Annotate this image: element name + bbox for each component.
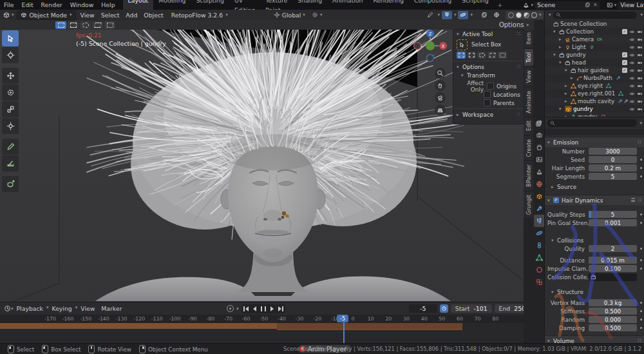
disclosure-right-icon[interactable]: ▸	[565, 83, 571, 88]
subpanel-header-structure[interactable]: ▾Structure	[545, 288, 644, 296]
value-field[interactable]: 0.015 m	[589, 257, 637, 264]
options-dropdown[interactable]: Options▾	[499, 21, 529, 28]
animate-dot-icon[interactable]	[640, 213, 642, 215]
prev-keyframe-button[interactable]	[253, 306, 256, 311]
viewport-menu-select[interactable]: Select	[98, 12, 123, 19]
measure-tool[interactable]	[2, 155, 19, 172]
select-mode-tweak-button[interactable]	[55, 21, 66, 29]
outliner-row-eye-right-001[interactable]: ▸eye.right.001	[545, 90, 644, 97]
mode-tweak-button[interactable]	[457, 52, 466, 59]
menu-render[interactable]: Render	[37, 1, 66, 8]
animate-dot-icon[interactable]	[640, 175, 642, 177]
transform-header[interactable]: ▾Transform	[453, 71, 524, 79]
menu-edit[interactable]: Edit	[18, 1, 37, 8]
panel-header-emission[interactable]: ▾Emission∷	[545, 137, 644, 147]
value-field[interactable]: 0.500	[589, 324, 637, 331]
disclosure-right-icon[interactable]: ▸	[559, 44, 565, 50]
snap-toggle-button[interactable]	[442, 11, 452, 19]
value-field[interactable]: 5	[589, 211, 637, 218]
viewport-menu-view[interactable]: View	[77, 12, 98, 19]
tab-modifiers[interactable]	[534, 202, 544, 215]
active-tool-header[interactable]: ▾Active Tool∷	[453, 30, 524, 38]
outliner-row-collection[interactable]: ▾Collection✓	[545, 28, 644, 35]
add-cube-tool[interactable]	[2, 176, 19, 192]
tab-particles[interactable]	[534, 215, 544, 227]
mode-box-button[interactable]	[467, 52, 476, 59]
value-field[interactable]: 0.000	[589, 316, 637, 323]
animate-dot-icon[interactable]	[640, 167, 642, 169]
outliner-row-gundry[interactable]: ▾gundry✓	[545, 51, 644, 59]
rotate-tool[interactable]	[2, 84, 19, 101]
animate-dot-icon[interactable]	[640, 268, 642, 270]
tab-constraints[interactable]	[534, 239, 544, 251]
viewport-menu-object[interactable]: Object	[140, 12, 166, 19]
annotate-tool[interactable]	[2, 139, 19, 155]
options-header[interactable]: ▾Options∷	[453, 63, 524, 71]
editor-type-icon[interactable]	[3, 11, 10, 19]
value-field[interactable]: 0.001	[589, 219, 637, 226]
viewport-3d[interactable]: Options▾ fps: 0.21 (-5) Scene Collection…	[0, 20, 544, 302]
tab-physics[interactable]	[534, 227, 544, 239]
timeline-menu-view[interactable]: View	[77, 305, 98, 312]
snap-target-button[interactable]	[425, 11, 435, 19]
orientation-dropdown[interactable]: Global▾	[271, 12, 308, 19]
show-overlays-button[interactable]	[491, 11, 502, 19]
camera-view-button[interactable]	[435, 92, 446, 103]
workspace-header[interactable]: ▸Workspace∷	[453, 110, 524, 119]
tab-scene[interactable]	[534, 166, 544, 178]
select-mode-pick-button[interactable]	[104, 21, 115, 29]
disclosure-right-icon[interactable]: ▸	[559, 37, 565, 42]
outliner-row-nurbspath[interactable]: ▸NurbsPath	[545, 74, 644, 82]
timeline-menu-marker[interactable]: Marker	[98, 305, 125, 312]
sidebar-tab-item[interactable]: Item	[524, 29, 533, 48]
tab-object-data[interactable]	[534, 251, 544, 264]
show-gizmo-button[interactable]	[479, 11, 489, 19]
animate-dot-icon[interactable]	[640, 222, 642, 224]
animate-dot-icon[interactable]	[640, 248, 642, 250]
mode-circle-button[interactable]	[477, 52, 486, 59]
tab-material[interactable]	[534, 264, 544, 276]
disclosure-right-icon[interactable]: ▸	[571, 75, 576, 81]
cursor-tool[interactable]	[2, 47, 19, 63]
pause-button[interactable]	[261, 306, 266, 311]
animate-dot-icon[interactable]	[640, 259, 642, 261]
select-mode-box-button[interactable]	[68, 21, 79, 29]
menu-file[interactable]: File	[0, 1, 18, 8]
timeline-menu-playback[interactable]: Playback	[14, 305, 46, 312]
auto-keyframe-button[interactable]	[440, 304, 448, 313]
outliner-row-camera[interactable]: ▸Camera	[545, 35, 644, 43]
menu-help[interactable]: Help	[97, 1, 118, 8]
view-layer-selector[interactable]: ▾ View Layer ✕	[607, 1, 644, 9]
outliner-row-light[interactable]: ▸Light	[545, 43, 644, 51]
value-field[interactable]: 0	[589, 156, 637, 163]
outliner-row-hair-guides[interactable]: ▾hair guides✓	[545, 66, 644, 74]
mode-pick-button[interactable]	[498, 52, 507, 59]
scale-tool[interactable]	[2, 101, 19, 117]
animate-dot-icon[interactable]	[640, 159, 642, 161]
search-input[interactable]	[563, 12, 634, 18]
jump-to-start-button[interactable]	[243, 306, 249, 311]
outliner-row-head[interactable]: ▾head✓	[545, 59, 644, 66]
disclosure-down-icon[interactable]: ▾	[559, 106, 565, 112]
mode-lasso-button[interactable]	[488, 52, 497, 59]
view-layer-name[interactable]: View Layer	[620, 1, 644, 8]
value-field[interactable]: 0.100	[589, 265, 637, 272]
tab-view-layer[interactable]	[534, 153, 544, 166]
locations-checkbox[interactable]	[484, 91, 491, 98]
collection-picker[interactable]	[589, 273, 637, 281]
mode-dropdown[interactable]: Object Mode ▾	[17, 10, 76, 20]
timeline-menu-keying[interactable]: Keying	[49, 305, 75, 312]
animate-dot-icon[interactable]	[640, 302, 642, 304]
navigation-gizmo[interactable]: Z X	[410, 26, 451, 66]
add-workspace-button[interactable]: +	[494, 1, 507, 8]
sidebar-tab-bpainter[interactable]: BPainter	[524, 161, 533, 190]
disclosure-down-icon[interactable]: ▾	[553, 52, 559, 57]
panel-header-hair-dynamics[interactable]: ▾✓Hair Dynamics☰ ∷	[545, 195, 644, 205]
hair-dynamics-checkbox[interactable]: ✓	[553, 197, 559, 203]
select-mode-lasso-button[interactable]	[92, 21, 103, 29]
value-field[interactable]: 0.500	[589, 308, 637, 315]
outliner-row-scene-collection[interactable]: Scene Collection	[545, 20, 644, 28]
sidebar-tab-edit[interactable]: Edit	[524, 117, 533, 134]
disclosure-right-icon[interactable]: ▸	[565, 99, 571, 104]
tab-world[interactable]	[534, 178, 544, 190]
